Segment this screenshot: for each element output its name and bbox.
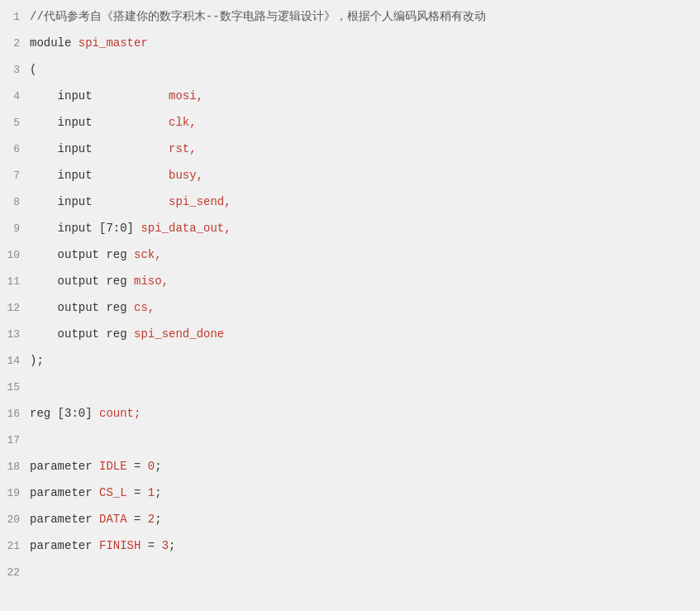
token-port-name: clk, — [169, 116, 197, 129]
token-param-name: IDLE — [99, 460, 127, 473]
code-line: 18parameter IDLE = 0; — [0, 456, 700, 483]
line-content: input mosi, — [30, 88, 203, 105]
line-content — [30, 564, 36, 581]
token-keyword: parameter — [30, 486, 99, 499]
token-number: 3 — [162, 539, 169, 552]
code-line: 14); — [0, 351, 700, 377]
line-number: 4 — [0, 90, 30, 103]
code-line: 11 output reg miso, — [0, 271, 700, 298]
code-line: 17 — [0, 430, 700, 456]
token-port-name: mosi, — [169, 89, 203, 103]
code-line: 9 input [7:0] spi_data_out, — [0, 218, 700, 245]
line-content — [30, 379, 36, 396]
code-line: 6 input rst, — [0, 139, 700, 165]
line-number: 15 — [0, 381, 30, 394]
token-keyword: = — [127, 513, 148, 526]
token-punctuation: ; — [155, 513, 161, 526]
line-content: input rst, — [30, 141, 197, 158]
line-number: 21 — [0, 540, 30, 552]
token-module-name: spi_master — [79, 36, 148, 50]
token-keyword: output reg — [30, 248, 134, 261]
token-keyword: parameter — [30, 539, 99, 552]
code-line: 15 — [0, 377, 700, 403]
line-number: 19 — [0, 487, 30, 499]
line-content: input busy, — [30, 167, 203, 184]
token-keyword: output reg — [30, 274, 134, 288]
line-content — [30, 432, 36, 449]
token-punctuation: ); — [30, 354, 44, 367]
code-line: 12 output reg cs, — [0, 298, 700, 324]
token-keyword: output reg — [30, 327, 134, 341]
line-content: parameter IDLE = 0; — [30, 458, 162, 475]
token-keyword: input [7:0] — [30, 222, 140, 235]
token-param-name: CS_L — [99, 486, 127, 499]
line-number: 5 — [0, 117, 30, 129]
line-content: parameter FINISH = 3; — [30, 537, 175, 555]
line-content: output reg miso, — [30, 273, 169, 290]
code-line: 5 input clk, — [0, 112, 700, 139]
code-line: 4 input mosi, — [0, 86, 700, 112]
token-keyword: input — [30, 89, 169, 103]
line-number: 22 — [0, 566, 30, 579]
code-line: 19parameter CS_L = 1; — [0, 483, 700, 509]
line-content: module spi_master — [30, 35, 148, 52]
token-port-name: cs, — [134, 301, 155, 314]
line-content: input spi_send, — [30, 193, 231, 211]
token-keyword: input — [30, 169, 169, 182]
line-content: parameter DATA = 2; — [30, 511, 162, 528]
token-port-name: busy, — [169, 169, 203, 182]
token-number: 0 — [148, 460, 155, 473]
line-number: 10 — [0, 249, 30, 261]
token-punctuation: ; — [155, 486, 161, 499]
token-punctuation: ( — [30, 63, 36, 76]
token-punctuation: ; — [155, 460, 161, 473]
line-number: 14 — [0, 355, 30, 367]
line-content: reg [3:0] count; — [30, 405, 140, 422]
line-number: 17 — [0, 434, 30, 446]
code-line: 16reg [3:0] count; — [0, 403, 700, 430]
token-keyword: parameter — [30, 513, 99, 526]
token-keyword: = — [127, 460, 148, 473]
line-number: 6 — [0, 143, 30, 155]
line-content: ); — [30, 352, 44, 370]
token-keyword: input — [30, 195, 169, 208]
code-line: 1//代码参考自《搭建你的数字积木--数字电路与逻辑设计》，根据个人编码风格稍有… — [0, 7, 700, 33]
token-punctuation: ; — [169, 539, 175, 552]
code-line: 2module spi_master — [0, 33, 700, 60]
line-content: //代码参考自《搭建你的数字积木--数字电路与逻辑设计》，根据个人编码风格稍有改… — [30, 8, 486, 26]
line-number: 12 — [0, 302, 30, 314]
token-port-name: spi_data_out, — [140, 222, 231, 235]
line-content: ( — [30, 61, 36, 79]
token-keyword: input — [30, 142, 169, 155]
code-editor: 1//代码参考自《搭建你的数字积木--数字电路与逻辑设计》，根据个人编码风格稍有… — [0, 0, 700, 611]
line-number: 13 — [0, 328, 30, 341]
code-line: 3( — [0, 60, 700, 86]
code-line: 21parameter FINISH = 3; — [0, 536, 700, 562]
token-keyword: output reg — [30, 301, 134, 314]
line-content: input [7:0] spi_data_out, — [30, 220, 231, 237]
line-content: parameter CS_L = 1; — [30, 485, 162, 502]
code-line: 8 input spi_send, — [0, 192, 700, 218]
token-param-name: DATA — [99, 513, 127, 526]
line-content: output reg cs, — [30, 299, 155, 317]
token-param-name: FINISH — [99, 539, 140, 552]
line-number: 1 — [0, 11, 30, 23]
token-keyword: input — [30, 116, 169, 129]
line-number: 16 — [0, 408, 30, 420]
token-keyword: module — [30, 36, 79, 50]
token-port-name: miso, — [134, 274, 169, 288]
token-keyword: reg [3:0] — [30, 407, 99, 420]
line-number: 8 — [0, 196, 30, 208]
token-number: 2 — [148, 513, 155, 526]
line-number: 11 — [0, 275, 30, 288]
line-content: output reg sck, — [30, 246, 162, 264]
code-line: 10 output reg sck, — [0, 245, 700, 271]
line-number: 20 — [0, 513, 30, 526]
token-keyword: = — [127, 486, 148, 499]
code-line: 22 — [0, 562, 700, 589]
token-port-name: spi_send_done — [134, 327, 224, 341]
line-number: 2 — [0, 37, 30, 50]
line-number: 9 — [0, 222, 30, 235]
token-keyword: = — [140, 539, 161, 552]
token-port-name: sck, — [134, 248, 162, 261]
